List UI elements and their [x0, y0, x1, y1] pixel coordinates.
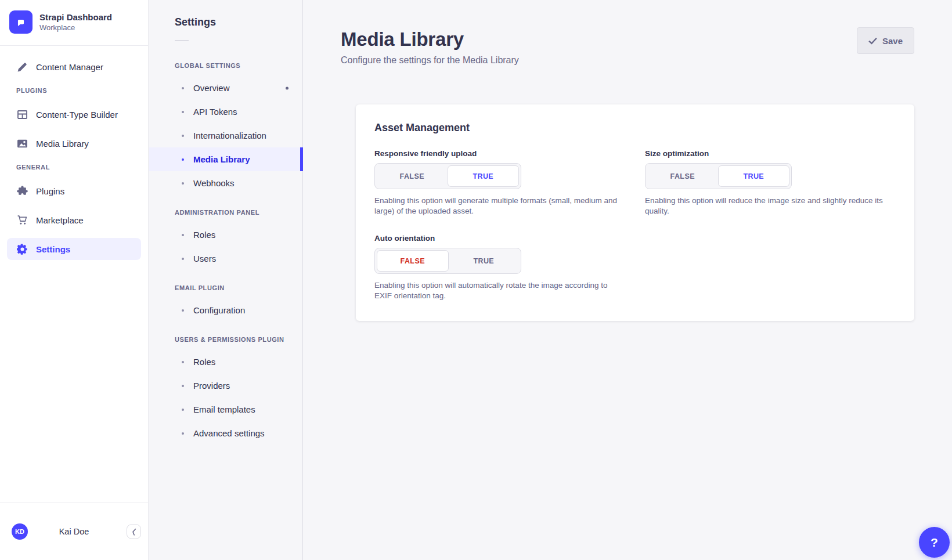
active-indicator-bar: [300, 147, 303, 171]
field-auto-orientation: Auto orientation FALSE TRUE Enabling thi…: [374, 234, 625, 301]
nav-section-general: GENERAL: [16, 164, 132, 171]
sidebar-item-label: Content Manager: [36, 62, 103, 72]
sidebar-item-content-type-builder[interactable]: Content-Type Builder: [7, 103, 141, 125]
subnav-item-label: Overview: [193, 83, 230, 93]
save-button-label: Save: [882, 36, 903, 46]
notification-dot-icon: [286, 86, 289, 89]
sidebar-item-content-manager[interactable]: Content Manager: [7, 56, 141, 78]
brand-text: Strapi Dashboard Workplace: [39, 12, 112, 32]
settings-subnav: Settings GLOBAL SETTINGS Overview API To…: [149, 0, 303, 560]
subnav-section-global-settings: GLOBAL SETTINGS Overview API Tokens Inte…: [149, 62, 302, 195]
app-root: Strapi Dashboard Workplace Content Manag…: [0, 0, 952, 560]
subnav-section-users-permissions: USERS & PERMISSIONS PLUGIN Roles Provide…: [149, 336, 302, 445]
subnav-item-email-templates[interactable]: Email templates: [149, 398, 302, 421]
sidebar-item-label: Plugins: [36, 186, 64, 196]
responsive-upload-toggle: FALSE TRUE: [374, 163, 521, 189]
settings-grid: Responsive friendly upload FALSE TRUE En…: [374, 149, 896, 301]
bullet-icon: [182, 158, 184, 161]
subnav-item-configuration[interactable]: Configuration: [149, 298, 302, 322]
puzzle-icon: [16, 186, 28, 197]
nav-section-plugins: PLUGINS: [16, 87, 132, 94]
sidebar-item-media-library[interactable]: Media Library: [7, 132, 141, 154]
toggle-true-option[interactable]: TRUE: [448, 165, 520, 187]
field-description: Enabling this option will generate multi…: [374, 196, 621, 216]
subnav-section-label: ADMINISTRATION PANEL: [175, 209, 289, 216]
sidebar-item-plugins[interactable]: Plugins: [7, 180, 141, 202]
sidebar-item-label: Marketplace: [36, 215, 84, 225]
subnav-item-api-tokens[interactable]: API Tokens: [149, 100, 302, 124]
page-subtitle: Configure the settings for the Media Lib…: [341, 55, 915, 66]
check-icon: [868, 37, 877, 45]
bullet-icon: [182, 258, 184, 260]
sidebar-item-label: Settings: [36, 244, 70, 254]
brand-title: Strapi Dashboard: [39, 12, 112, 22]
sidebar-item-settings[interactable]: Settings: [7, 238, 141, 260]
bullet-icon: [182, 182, 184, 185]
toggle-false-option[interactable]: FALSE: [377, 165, 448, 187]
main-content: Media Library Configure the settings for…: [304, 0, 952, 560]
toggle-option-label: FALSE: [400, 172, 424, 180]
toggle-option-label: TRUE: [473, 257, 494, 265]
bullet-icon: [182, 432, 184, 435]
asset-management-card: Asset Management Responsive friendly upl…: [356, 104, 914, 321]
bullet-icon: [182, 87, 184, 89]
subnav-divider: [175, 40, 189, 41]
subnav-item-users[interactable]: Users: [149, 247, 302, 270]
gear-icon: [16, 244, 28, 255]
cart-icon: [16, 215, 28, 226]
card-title: Asset Management: [374, 122, 896, 134]
subnav-item-admin-roles[interactable]: Roles: [149, 223, 302, 247]
strapi-logo-icon: [9, 10, 33, 34]
field-responsive-friendly-upload: Responsive friendly upload FALSE TRUE En…: [374, 149, 625, 216]
bullet-icon: [182, 111, 184, 113]
subnav-section-administration-panel: ADMINISTRATION PANEL Roles Users: [149, 209, 302, 270]
subnav-item-overview[interactable]: Overview: [149, 76, 302, 100]
brand[interactable]: Strapi Dashboard Workplace: [0, 0, 148, 46]
subnav-item-label: Email templates: [193, 404, 255, 414]
collapse-sidebar-button[interactable]: [127, 525, 141, 539]
toggle-option-label: FALSE: [401, 257, 425, 265]
bullet-icon: [182, 309, 184, 312]
field-description: Enabling this option will automatically …: [374, 280, 621, 301]
subnav-item-advanced-settings[interactable]: Advanced settings: [149, 421, 302, 445]
subnav-item-label: Media Library: [193, 154, 250, 164]
sidebar-item-label: Media Library: [36, 139, 89, 149]
toggle-false-option[interactable]: FALSE: [377, 250, 449, 272]
page-header: Media Library Configure the settings for…: [304, 0, 952, 66]
field-size-optimization: Size optimization FALSE TRUE Enabling th…: [645, 149, 896, 216]
help-button[interactable]: ?: [919, 527, 950, 558]
subnav-item-label: Configuration: [193, 305, 245, 315]
layout-icon: [16, 109, 28, 120]
sidebar-item-label: Content-Type Builder: [36, 110, 118, 120]
sidebar-nav: Content Manager PLUGINS Content-Type Bui…: [0, 46, 148, 503]
field-label: Responsive friendly upload: [374, 149, 625, 158]
bullet-icon: [182, 409, 184, 411]
subnav-item-label: Roles: [193, 230, 215, 240]
subnav-section-label: EMAIL PLUGIN: [175, 284, 289, 291]
subnav-item-label: Internationalization: [193, 131, 266, 140]
subnav-section-email-plugin: EMAIL PLUGIN Configuration: [149, 284, 302, 322]
subnav-section-label: GLOBAL SETTINGS: [175, 62, 289, 69]
bullet-icon: [182, 385, 184, 387]
subnav-item-media-library[interactable]: Media Library: [149, 147, 302, 171]
toggle-option-label: TRUE: [473, 172, 493, 180]
subnav-item-label: Advanced settings: [193, 428, 265, 438]
bullet-icon: [182, 135, 184, 137]
page-title: Media Library: [341, 29, 915, 50]
toggle-false-option[interactable]: FALSE: [647, 165, 718, 187]
sidebar-item-marketplace[interactable]: Marketplace: [7, 209, 141, 231]
bullet-icon: [182, 234, 184, 236]
subnav-item-providers[interactable]: Providers: [149, 374, 302, 398]
toggle-true-option[interactable]: TRUE: [718, 165, 790, 187]
save-button[interactable]: Save: [857, 27, 914, 54]
field-label: Auto orientation: [374, 234, 625, 243]
subnav-title: Settings: [175, 16, 302, 28]
user-name: Kai Doe: [0, 527, 148, 536]
subnav-item-internationalization[interactable]: Internationalization: [149, 124, 302, 147]
size-optimization-toggle: FALSE TRUE: [645, 163, 792, 189]
subnav-item-webhooks[interactable]: Webhooks: [149, 171, 302, 195]
subnav-item-up-roles[interactable]: Roles: [149, 350, 302, 374]
subnav-item-label: API Tokens: [193, 107, 237, 117]
toggle-true-option[interactable]: TRUE: [449, 250, 520, 272]
subnav-item-label: Webhooks: [193, 178, 235, 188]
